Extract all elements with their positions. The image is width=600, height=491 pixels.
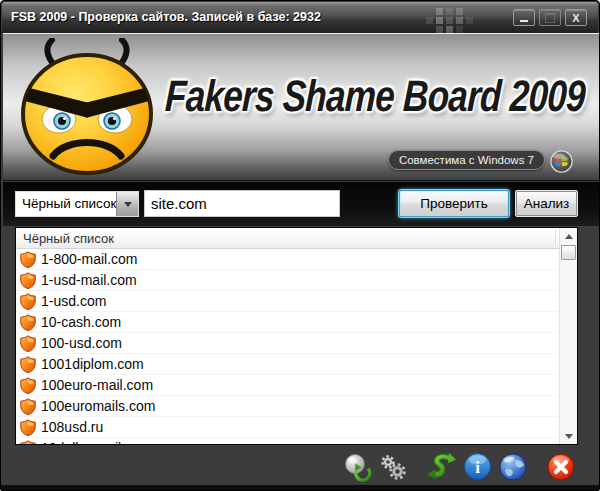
info-button[interactable]: i [461,451,493,483]
list-item[interactable]: 100-usd.com [16,333,559,354]
arrow-down-icon [565,434,573,439]
list-item[interactable]: 108usd.ru [16,417,559,438]
blacklist-panel: Чёрный список 1-800-mail.com 1-usd-mail.… [15,227,578,445]
close-button[interactable]: X [565,9,587,26]
list-item[interactable]: 100euromails.com [16,396,559,417]
exchange-icon [425,451,457,483]
check-button[interactable]: Проверить [399,190,509,217]
scroll-down-button[interactable] [560,428,577,444]
domain-label: 1-usd-mail.com [41,272,137,288]
minimize-icon [520,20,528,22]
list-item[interactable]: 10-cash.com [16,312,559,333]
window-bottom-edge [1,485,599,490]
domain-label: 10dollar-mail.com [41,440,151,444]
exit-icon [546,452,576,482]
shield-icon [20,440,36,445]
control-bar: Чёрный список Проверить Анализ [3,182,599,226]
shield-icon [20,419,36,436]
close-icon: X [572,12,579,24]
list-item[interactable]: 10dollar-mail.com [16,438,559,444]
blacklist-column-header[interactable]: Чёрный список [16,228,559,249]
minimize-button[interactable] [513,9,535,26]
app-window: FSB 2009 - Проверка сайтов. Записей в ба… [0,0,600,491]
list-item[interactable]: 1-usd.com [16,291,559,312]
shield-icon [20,314,36,331]
list-item[interactable]: 100euro-mail.com [16,375,559,396]
dropdown-arrow-button[interactable] [116,192,138,216]
site-input[interactable] [144,190,340,217]
windows-logo-icon [550,150,573,173]
domain-label: 100euro-mail.com [41,377,153,393]
vertical-scrollbar[interactable] [559,228,577,444]
settings-gears-icon [378,452,408,482]
database-sync-button[interactable] [341,451,373,483]
domain-label: 100-usd.com [41,335,122,351]
list-item[interactable]: 1001diplom.com [16,354,559,375]
shield-icon [20,293,36,310]
list-type-value: Чёрный список [16,192,116,216]
scroll-up-button[interactable] [560,228,577,244]
angry-smiley-logo [11,38,163,178]
website-globe-icon [498,452,528,482]
exchange-button[interactable] [425,451,457,483]
window-controls: X [513,9,587,26]
window-title: FSB 2009 - Проверка сайтов. Записей в ба… [11,10,321,24]
maximize-button[interactable] [539,9,561,26]
shield-icon [20,377,36,394]
shield-icon [20,272,36,289]
shield-icon [20,335,36,352]
shield-icon [20,356,36,373]
titlebar-pixel-decoration [426,8,433,15]
analyze-button[interactable]: Анализ [515,190,578,217]
settings-button[interactable] [377,451,409,483]
svg-text:i: i [475,458,480,477]
chevron-down-icon [124,202,132,207]
domain-label: 1-800-mail.com [41,251,137,267]
info-icon: i [463,452,492,481]
domain-label: 1-usd.com [41,293,106,309]
scrollbar-thumb[interactable] [561,245,576,260]
domain-label: 108usd.ru [41,419,103,435]
windows7-compat-badge: Совместима с Windows 7 [388,150,545,170]
database-sync-icon [342,452,372,482]
arrow-up-icon [565,234,573,239]
exit-button[interactable] [545,451,577,483]
maximize-icon [545,13,555,23]
domain-label: 10-cash.com [41,314,121,330]
shield-icon [20,251,36,268]
banner: Fakers Shame Board 2009 Совместима с Win… [3,33,599,181]
blacklist-main: Чёрный список 1-800-mail.com 1-usd-mail.… [16,228,559,444]
domain-label: 100euromails.com [41,398,155,414]
list-item[interactable]: 1-800-mail.com [16,249,559,270]
column-separator [555,230,556,246]
column-header-label: Чёрный список [23,231,114,246]
app-banner-title: Fakers Shame Board 2009 [164,74,586,118]
shield-icon [20,398,36,415]
list-type-dropdown[interactable]: Чёрный список [15,191,139,217]
list-item[interactable]: 1-usd-mail.com [16,270,559,291]
blacklist-rows: 1-800-mail.com 1-usd-mail.com 1-usd.com … [16,249,559,444]
titlebar[interactable]: FSB 2009 - Проверка сайтов. Записей в ба… [2,2,598,33]
domain-label: 1001diplom.com [41,356,144,372]
footer-toolbar: i [3,446,597,487]
website-button[interactable] [497,451,529,483]
